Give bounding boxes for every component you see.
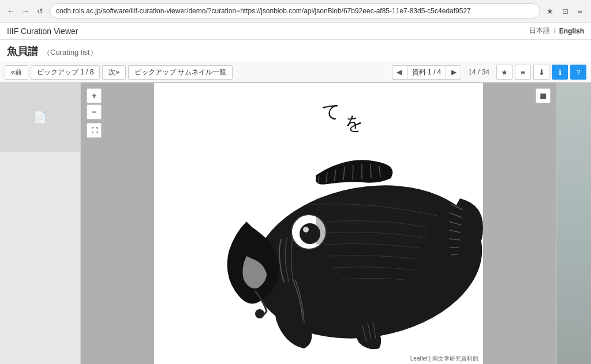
browser-actions: ★ ⊡ ≡	[544, 5, 586, 17]
app-container: IIIF Curation Viewer 日本語 / English 魚貝譜 （…	[0, 22, 591, 364]
next-button[interactable]: 次»	[102, 65, 126, 80]
page-indicator: 14 / 34	[463, 68, 494, 76]
fish-image-container: て を	[154, 83, 483, 365]
svg-point-6	[303, 227, 309, 232]
leaflet-credit: Leaflet | 国文学研究資料館	[408, 354, 481, 363]
nav-controls: ◀ 資料 1 / 4 ▶	[392, 65, 462, 80]
nav-prev-button[interactable]: ◀	[392, 67, 406, 77]
page-subtitle: （Curating list）	[43, 47, 98, 58]
toolbar-right: ◀ 資料 1 / 4 ▶ 14 / 34 ★ ≡ ⬇ ℹ ?	[392, 65, 586, 80]
svg-text:て: て	[321, 101, 341, 122]
main-viewer[interactable]: + − ⛶ ◼ て を	[81, 82, 556, 364]
toolbar: «前 ピックアップ 1 / 8 次» ビックアップ サムネイル一覧 ◀ 資料 1…	[0, 62, 591, 82]
zoom-in-button[interactable]: +	[87, 88, 102, 103]
list-button[interactable]: ≡	[515, 65, 531, 80]
screenshot-button[interactable]: ⊡	[559, 5, 571, 17]
sidebar-thumb-1[interactable]: 📄	[0, 82, 80, 152]
info-button[interactable]: ℹ	[552, 65, 568, 80]
right-thumb-preview	[557, 82, 591, 364]
page-title: 魚貝譜	[7, 44, 38, 58]
viewer-controls: + − ⛶	[87, 88, 102, 138]
svg-point-7	[255, 309, 264, 318]
browser-chrome: ← → ↺ ★ ⊡ ≡	[0, 0, 591, 22]
window-controls: ◼	[536, 88, 551, 103]
bookmark-button[interactable]: ★	[544, 5, 556, 17]
nav-label: 資料 1 / 4	[407, 66, 447, 79]
prev-button[interactable]: «前	[5, 65, 28, 80]
svg-text:を: を	[345, 112, 364, 133]
forward-button[interactable]: →	[19, 5, 32, 17]
reload-button[interactable]: ↺	[33, 5, 46, 17]
star-button[interactable]: ★	[496, 65, 513, 80]
lang-switcher: 日本語 / English	[529, 26, 584, 36]
fish-svg: て を	[154, 83, 483, 365]
lang-separator: /	[553, 27, 555, 35]
left-sidebar: 📄	[0, 82, 81, 364]
viewer-area: 📄 + − ⛶ ◼ て を	[0, 82, 591, 364]
window-button[interactable]: ◼	[536, 88, 551, 103]
menu-button[interactable]: ≡	[574, 5, 586, 17]
lang-en-link[interactable]: English	[559, 27, 584, 35]
app-title: IIIF Curation Viewer	[7, 27, 78, 36]
browser-toolbar: ← → ↺ ★ ⊡ ≡	[0, 0, 591, 22]
nav-next-button[interactable]: ▶	[447, 67, 461, 77]
back-button[interactable]: ←	[5, 5, 17, 17]
app-header: IIIF Curation Viewer 日本語 / English	[0, 22, 591, 40]
pickup-label-btn: ピックアップ 1 / 8	[31, 65, 100, 80]
page-title-bar: 魚貝譜 （Curating list）	[0, 40, 591, 62]
zoom-out-button[interactable]: −	[87, 104, 102, 119]
right-sidebar	[556, 82, 591, 364]
thumbnail-button[interactable]: ビックアップ サムネイル一覧	[128, 65, 233, 80]
fullscreen-button[interactable]: ⛶	[87, 123, 102, 138]
download-button[interactable]: ⬇	[533, 65, 549, 80]
nav-buttons: ← → ↺	[5, 5, 46, 17]
lang-ja-link[interactable]: 日本語	[529, 26, 550, 36]
address-bar[interactable]	[50, 3, 540, 18]
help-button[interactable]: ?	[570, 65, 586, 80]
